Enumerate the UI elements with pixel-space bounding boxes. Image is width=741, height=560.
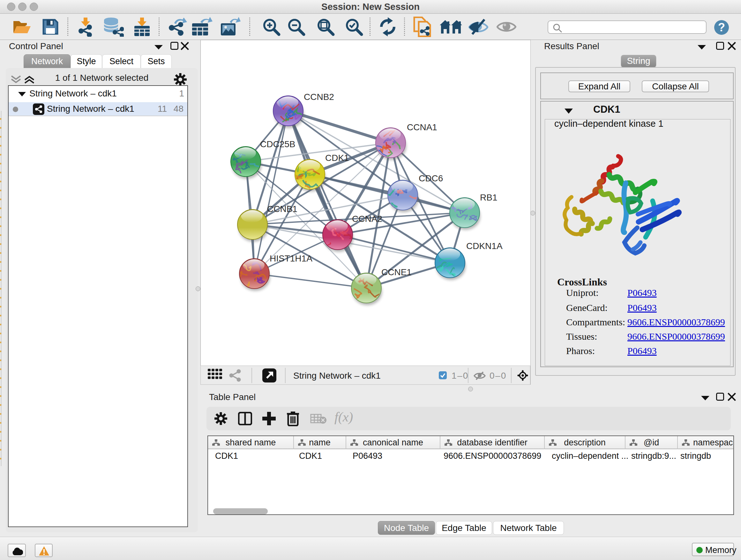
svg-text:CCNB1: CCNB1 xyxy=(267,204,297,214)
svg-text:CDC6: CDC6 xyxy=(419,173,443,183)
svg-text:CCNB2: CCNB2 xyxy=(304,92,334,102)
svg-text:HIST1H1A: HIST1H1A xyxy=(270,253,313,263)
svg-text:CCNA1: CCNA1 xyxy=(407,122,437,132)
svg-text:CDK1: CDK1 xyxy=(325,153,349,163)
svg-text:CDC25B: CDC25B xyxy=(260,139,295,149)
svg-text:RB1: RB1 xyxy=(480,192,497,202)
svg-text:CDKN1A: CDKN1A xyxy=(466,241,502,251)
svg-text:CCNA2: CCNA2 xyxy=(352,214,382,224)
svg-text:CCNE1: CCNE1 xyxy=(381,267,412,277)
